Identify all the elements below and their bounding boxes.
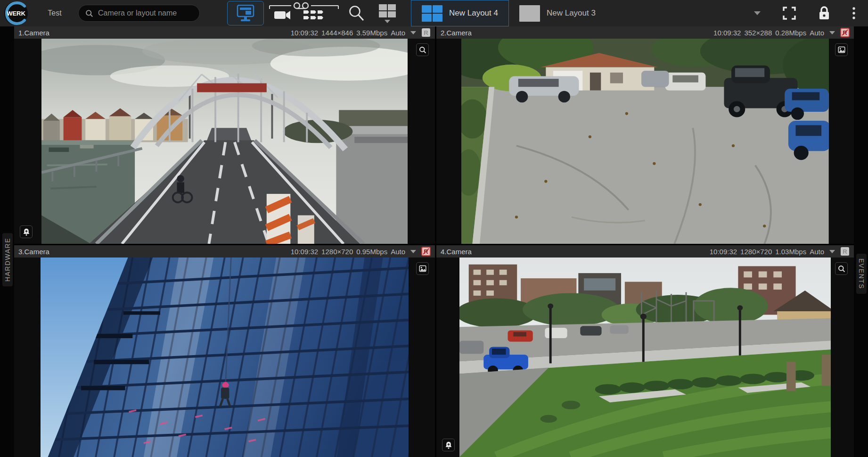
stream-quality: Auto: [391, 29, 405, 37]
fullscreen-icon: [782, 6, 796, 20]
camera-1-header: 1.Camera 10:09:32 1444×846 3.59Mbps Auto…: [14, 26, 435, 39]
camera-2-frame-parking: [461, 39, 829, 244]
stream-quality: Auto: [810, 29, 824, 37]
camera-4-video[interactable]: [436, 258, 854, 457]
record-badge-disabled[interactable]: R: [421, 247, 431, 256]
events-panel-handle[interactable]: EVENTS: [854, 26, 868, 457]
kebab-menu-icon: [852, 6, 856, 20]
tab-label: New Layout 4: [449, 8, 498, 18]
magnifier-icon: [419, 46, 426, 54]
svg-text:R: R: [424, 29, 428, 36]
multi-stream-button[interactable]: [303, 9, 324, 21]
layout-4-grid-icon: [422, 5, 442, 22]
camera-name: 1.Camera: [18, 29, 49, 37]
stream-resolution: 352×288: [744, 29, 772, 37]
stream-bitrate: 0.28Mbps: [775, 29, 806, 37]
snapshot-button[interactable]: [416, 262, 429, 275]
search-input[interactable]: [98, 9, 183, 17]
chevron-down-icon: [385, 20, 390, 23]
stream-list-icon: [303, 9, 324, 21]
record-badge-ready[interactable]: R: [421, 28, 431, 37]
magnifier-icon: [348, 5, 365, 22]
camera-tile-3: 3.Camera 10:09:32 1280×720 0.95Mbps Auto…: [14, 245, 435, 457]
layout-grid-selector[interactable]: [378, 3, 397, 23]
record-badge-ready[interactable]: R: [840, 247, 850, 256]
svg-text:WERK: WERK: [7, 10, 25, 17]
tab-label: New Layout 3: [547, 8, 596, 18]
hardware-panel-handle[interactable]: HARDWARE: [0, 26, 14, 457]
digital-zoom-button[interactable]: [835, 262, 848, 275]
camera-1-stats: 10:09:32 1444×846 3.59Mbps Auto R: [291, 28, 431, 37]
camera-3-header: 3.Camera 10:09:32 1280×720 0.95Mbps Auto…: [14, 245, 435, 258]
camera-search[interactable]: [78, 5, 200, 22]
camera-tile-2: 2.Camera 10:09:32 352×288 0.28Mbps Auto …: [436, 26, 854, 244]
monitor-icon: [236, 5, 255, 22]
hardware-panel-label: HARDWARE: [2, 233, 13, 286]
camera-3-frame-facade: [41, 258, 409, 457]
stream-time: 10:09:32: [713, 29, 741, 37]
search-icon: [85, 9, 93, 17]
stream-bitrate: 0.95Mbps: [356, 248, 387, 256]
camera-4-frame-campus: [459, 258, 831, 457]
stream-quality: Auto: [391, 248, 405, 256]
camera-1-video[interactable]: [14, 39, 435, 244]
lock-icon: [818, 6, 830, 20]
layout-tabs: New Layout 4 New Layout 3: [411, 0, 606, 26]
magnifier-icon: [838, 265, 845, 273]
stream-resolution: 1280×720: [321, 248, 353, 256]
lock-button[interactable]: [818, 6, 830, 20]
advanced-search-button[interactable]: [348, 5, 365, 22]
top-toolbar: WERK Test: [0, 0, 868, 26]
camera-name: 2.Camera: [441, 29, 472, 37]
camera-2-stats: 10:09:32 352×288 0.28Mbps Auto R: [713, 28, 850, 37]
video-camera-button[interactable]: [273, 9, 292, 21]
camera-3-video[interactable]: [14, 258, 435, 457]
stream-menu-chevron-icon[interactable]: [829, 250, 835, 253]
bell-plus-icon: [23, 228, 30, 236]
stream-quality: Auto: [810, 248, 824, 256]
overflow-menu-button[interactable]: [852, 6, 856, 20]
stream-menu-chevron-icon[interactable]: [829, 31, 835, 34]
stream-time: 10:09:32: [710, 248, 737, 256]
digital-zoom-button[interactable]: [416, 43, 429, 56]
snapshot-button[interactable]: [835, 43, 848, 56]
environment-tab[interactable]: Test: [44, 9, 65, 17]
camera-1-frame-bridge: [41, 39, 408, 244]
record-badge-disabled[interactable]: R: [840, 28, 850, 37]
layout-3-single-icon: [519, 5, 540, 22]
stream-time: 10:09:32: [291, 248, 318, 256]
events-panel-label: EVENTS: [856, 254, 867, 294]
bell-plus-icon: [445, 441, 452, 449]
camera-2-video[interactable]: [436, 39, 854, 244]
tab-new-layout-3[interactable]: New Layout 3: [509, 0, 606, 26]
image-icon: [838, 46, 845, 53]
camera-2-header: 2.Camera 10:09:32 352×288 0.28Mbps Auto …: [436, 26, 854, 39]
camera-name: 4.Camera: [441, 248, 472, 256]
camera-name: 3.Camera: [18, 248, 49, 256]
stream-bitrate: 1.03Mbps: [775, 248, 806, 256]
camera-4-stats: 10:09:32 1280×720 1.03Mbps Auto R: [710, 247, 850, 256]
live-view-mode-button[interactable]: [227, 1, 264, 25]
stream-menu-chevron-icon[interactable]: [410, 250, 416, 253]
stream-resolution: 1444×846: [321, 29, 353, 37]
stream-menu-chevron-icon[interactable]: [410, 31, 416, 34]
camera-3-stats: 10:09:32 1280×720 0.95Mbps Auto R: [291, 247, 431, 256]
add-alarm-button[interactable]: [20, 225, 33, 238]
camera-4-header: 4.Camera 10:09:32 1280×720 1.03Mbps Auto…: [436, 245, 854, 258]
video-camera-icon: [273, 9, 292, 21]
svg-text:R: R: [843, 248, 847, 255]
camera-grid: 1.Camera 10:09:32 1444×846 3.59Mbps Auto…: [14, 26, 854, 457]
stream-time: 10:09:32: [291, 29, 318, 37]
werk-logo: WERK: [4, 1, 28, 25]
fullscreen-button[interactable]: [782, 6, 796, 20]
tab-new-layout-4[interactable]: New Layout 4: [411, 0, 509, 26]
stream-resolution: 1280×720: [740, 248, 772, 256]
stream-bitrate: 3.59Mbps: [356, 29, 387, 37]
recording-tools-group: [269, 0, 340, 26]
image-icon: [419, 265, 426, 272]
camera-tile-1: 1.Camera 10:09:32 1444×846 3.59Mbps Auto…: [14, 26, 435, 244]
camera-tile-4: 4.Camera 10:09:32 1280×720 1.03Mbps Auto…: [436, 245, 854, 457]
tabs-dropdown-chevron-icon[interactable]: [754, 11, 761, 15]
grid-2x2-icon: [378, 3, 397, 18]
add-alarm-button[interactable]: [442, 439, 455, 451]
